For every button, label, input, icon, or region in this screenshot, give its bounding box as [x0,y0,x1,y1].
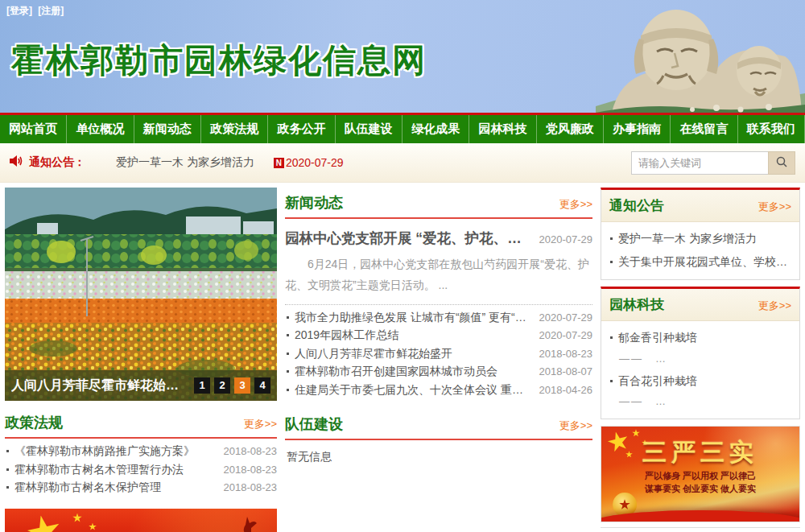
nav-item-greening[interactable]: 绿化成果 [402,115,469,143]
nav-item-guide[interactable]: 办事指南 [604,115,671,143]
team-section-title: 队伍建设 [285,414,343,434]
featured-news: 园林中心党支部开展 “爱花、护花、文明... 2020-07-29 [285,229,592,248]
garden-tech-link[interactable]: 郁金香引种栽培 [609,326,791,349]
search-icon [775,155,788,171]
nav-item-contact[interactable]: 联系我们 [738,115,805,143]
sidebar-empty-text: 暂无信息 [601,527,800,532]
news-date: 2020-07-29 [539,311,593,324]
garden-tech-box-header: 园林科技 更多>> [601,289,799,321]
policy-section-title: 政策法规 [5,413,63,432]
team-empty-text: 暂无信息 [285,440,592,474]
news-section: 新闻动态 更多>> 园林中心党支部开展 “爱花、护花、文明... 2020-07… [285,188,592,398]
featured-news-summary: 6月24日，园林中心党支部在敖包山芍药园开展“爱花、护花、文明赏花”主题党日活动… [285,254,592,305]
three-stricts-banner[interactable]: 三严三实 严以修身 严以用权 严以律己 谋事要实 创业要实 做人要实 [601,426,800,522]
news-list: 我市全力助推绿色发展 让城市有“颜值” 更有“气质” 2020-07-29 20… [285,311,592,402]
small-star-icon [72,513,82,523]
slider-page-4[interactable]: 4 [254,377,270,394]
red-flag-banner[interactable] [5,509,277,532]
nav-item-about[interactable]: 单位概况 [67,115,134,143]
team-more-link[interactable]: 更多>> [559,419,592,433]
search-bar [631,151,795,175]
policy-section-header: 政策法规 更多>> [5,407,277,439]
nav-item-party[interactable]: 党风廉政 [537,115,604,143]
speaker-icon [10,155,23,171]
list-item: 霍林郭勒市古树名木管理暂行办法 2018-08-23 [5,463,277,481]
list-item: 霍林郭勒市古树名木保护管理 2018-08-23 [5,480,277,499]
featured-news-date: 2020-07-29 [539,233,593,245]
news-date: 2018-08-23 [539,348,593,360]
notice-date: 2020-07-29 [286,156,344,169]
notice-box-more-link[interactable]: 更多>> [758,200,791,214]
policy-date: 2018-08-23 [224,481,278,493]
list-item: 《霍林郭勒市林荫路推广实施方案》 2018-08-23 [5,444,277,463]
slider-caption-bar: 人间八月芳菲尽霍市鲜花始盛开 1 2 3 4 [5,370,277,401]
right-sidebar: 通知公告 更多>> 爱护一草一木 为家乡增活力 关于集中开展花园式单位、学校、工… [601,188,800,532]
statue-silhouette [227,512,262,532]
nav-item-message[interactable]: 在线留言 [671,115,737,143]
notice-ticker-link[interactable]: 爱护一草一木 为家乡增活力 [116,155,254,170]
policy-link[interactable]: 霍林郭勒市古树名木保护管理 [5,480,216,495]
nav-item-news[interactable]: 新闻动态 [134,115,201,143]
flower-field-photo [5,188,277,401]
news-section-title: 新闻动态 [285,193,343,212]
emblem-star-icon [619,499,630,510]
garden-tech-more-link[interactable]: 更多>> [758,299,791,313]
garden-tech-box: 园林科技 更多>> 郁金香引种栽培 —— … 百合花引种栽培 —— … [601,287,800,419]
garden-tech-link[interactable]: 百合花引种栽培 [609,369,791,393]
news-date: 2018-08-07 [539,365,593,377]
garden-tech-box-title: 园林科技 [609,295,664,314]
notice-box-link[interactable]: 关于集中开展花园式单位、学校、工厂... [609,250,791,274]
slider-page-2[interactable]: 2 [214,377,230,394]
featured-news-title[interactable]: 园林中心党支部开展 “爱花、护花、文明... [285,229,533,248]
register-link[interactable]: [注册] [38,5,64,16]
news-link[interactable]: 2019年园林工作总结 [285,328,531,343]
main-navigation: 网站首页 单位概况 新闻动态 政策法规 政务公开 队伍建设 绿化成果 园林科技 … [0,113,805,143]
site-header: [登录] [注册] 霍林郭勒市园林绿化信息网 [0,0,805,113]
list-item: 2019年园林工作总结 2020-07-29 [285,328,592,347]
nav-item-garden-tech[interactable]: 园林科技 [469,115,536,143]
banner-line2: 谋事要实 创业要实 做人要实 [601,483,799,495]
notice-box-title: 通知公告 [609,196,664,215]
news-link[interactable]: 住建局关于市委七届九次、十次全体会议 重点工作任... [285,383,531,398]
topbar: [登录] [注册] [6,4,67,18]
search-button[interactable] [768,151,795,175]
policy-more-link[interactable]: 更多>> [244,417,277,431]
notice-label: 通知公告： [29,155,85,170]
left-column: 人间八月芳菲尽霍市鲜花始盛开 1 2 3 4 政策法规 更多>> 《霍林郭勒市林… [5,188,277,532]
team-section: 队伍建设 更多>> 暂无信息 [285,409,592,474]
nav-item-team[interactable]: 队伍建设 [336,115,402,143]
main-content: 人间八月芳菲尽霍市鲜花始盛开 1 2 3 4 政策法规 更多>> 《霍林郭勒市林… [0,183,805,532]
news-link[interactable]: 霍林郭勒市召开创建国家园林城市动员会 [285,365,531,379]
page-title: 霍林郭勒市园林绿化信息网 [11,39,427,83]
news-date: 2020-07-29 [539,329,593,341]
photo-slider[interactable]: 人间八月芳菲尽霍市鲜花始盛开 1 2 3 4 [5,188,277,401]
news-link[interactable]: 人间八月芳菲尽霍市鲜花始盛开 [285,347,531,361]
middle-column: 新闻动态 更多>> 园林中心党支部开展 “爱花、护花、文明... 2020-07… [285,188,592,532]
policy-date: 2018-08-23 [224,464,278,476]
new-badge: N [274,158,284,168]
list-item: 人间八月芳菲尽霍市鲜花始盛开 2018-08-23 [285,347,592,365]
slider-page-3-active[interactable]: 3 [234,377,250,394]
small-star-icon [89,523,97,531]
list-item: 住建局关于市委七届九次、十次全体会议 重点工作任... 2018-04-26 [285,383,592,402]
policy-link[interactable]: 霍林郭勒市古树名木管理暂行办法 [5,463,216,477]
news-date: 2018-04-26 [539,384,593,396]
search-input[interactable] [631,151,768,175]
news-link[interactable]: 我市全力助推绿色发展 让城市有“颜值” 更有“气质” [285,311,531,325]
banner-title: 三严三实 [601,436,799,469]
policy-link[interactable]: 《霍林郭勒市林荫路推广实施方案》 [5,444,216,459]
nav-item-home[interactable]: 网站首页 [0,115,67,143]
slider-caption[interactable]: 人间八月芳菲尽霍市鲜花始盛开 [11,377,190,394]
login-link[interactable]: [登录] [6,5,32,16]
nav-item-gov-affairs[interactable]: 政务公开 [268,115,335,143]
news-section-header: 新闻动态 更多>> [285,188,592,219]
nav-item-policy[interactable]: 政策法规 [201,115,268,143]
policy-date: 2018-08-23 [224,445,278,457]
notice-box-link[interactable]: 爱护一草一木 为家乡增活力 [609,227,791,250]
big-star-icon [24,512,64,532]
list-item: 我市全力助推绿色发展 让城市有“颜值” 更有“气质” 2020-07-29 [285,311,592,329]
news-more-link[interactable]: 更多>> [559,197,592,212]
list-item: 霍林郭勒市召开创建国家园林城市动员会 2018-08-07 [285,365,592,383]
banner-line1: 严以修身 严以用权 严以律己 [601,470,799,482]
slider-page-1[interactable]: 1 [194,377,210,394]
